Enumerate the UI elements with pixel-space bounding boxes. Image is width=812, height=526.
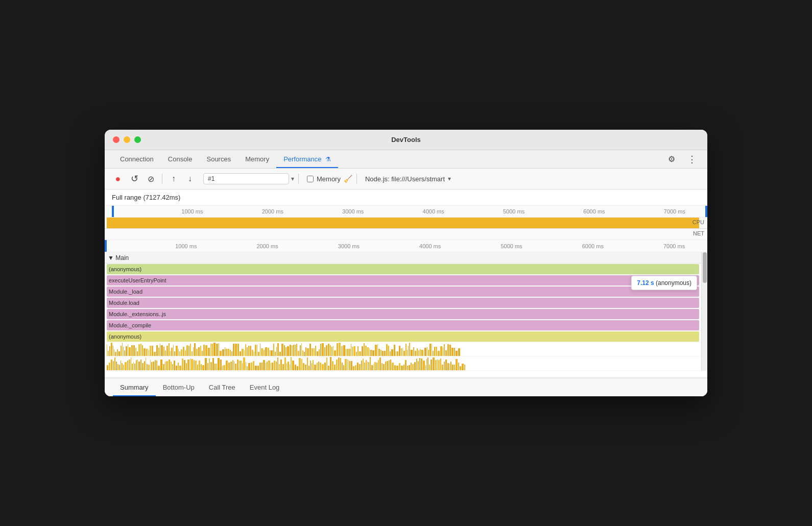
- flame-block-execute[interactable]: executeUserEntryPoint: [107, 275, 699, 285]
- tick-6000: 6000 ms: [583, 208, 605, 214]
- gap-row: [105, 371, 707, 378]
- flame-row-0[interactable]: (anonymous): [105, 264, 707, 275]
- vertical-scrollbar-thumb[interactable]: [703, 252, 707, 283]
- tab-performance[interactable]: Performance ⚗: [276, 150, 338, 168]
- node-label: Node.js: file:///Users/stmart: [365, 175, 445, 183]
- node-selector[interactable]: Node.js: file:///Users/stmart ▾: [365, 175, 451, 183]
- dense-bar-row-1[interactable]: [107, 343, 699, 356]
- full-range-label: Full range (7127.42ms): [105, 189, 707, 206]
- main-section-header[interactable]: ▼ Main: [105, 252, 707, 264]
- flame-area-wrapper: 1000 ms 2000 ms 3000 ms 4000 ms 5000 ms …: [105, 240, 707, 378]
- tab-console[interactable]: Console: [161, 150, 200, 168]
- flame-tick-3000: 3000 ms: [338, 243, 360, 249]
- title-bar: DevTools: [105, 130, 707, 150]
- flame-tick-6000: 6000 ms: [582, 243, 604, 249]
- flame-tick-7000: 7000 ms: [663, 243, 685, 249]
- record-button[interactable]: ●: [111, 172, 125, 186]
- tab-summary[interactable]: Summary: [113, 378, 156, 396]
- flame-block-module-ext[interactable]: Module._extensions..js: [107, 309, 699, 319]
- tab-bottom-up[interactable]: Bottom-Up: [156, 378, 202, 396]
- flame-block-module-load[interactable]: Module._load: [107, 286, 699, 297]
- maximize-button[interactable]: [134, 136, 141, 143]
- dense-bar-group-1: [107, 343, 699, 356]
- tab-call-tree[interactable]: Call Tree: [202, 378, 243, 396]
- traffic-lights: [113, 136, 141, 143]
- cpu-bar-container: CPU: [105, 218, 707, 229]
- profile-input[interactable]: [203, 173, 289, 184]
- devtools-window: DevTools Connection Console Sources Memo…: [105, 130, 707, 396]
- flame-chart: ▼ Main (anonymous) executeUserEntryPoint…: [105, 252, 707, 371]
- settings-icon[interactable]: ⚙: [664, 152, 679, 166]
- bottom-tabs: Summary Bottom-Up Call Tree Event Log: [105, 378, 707, 396]
- timeline-header: 1000 ms 2000 ms 3000 ms 4000 ms 5000 ms …: [105, 206, 707, 218]
- flame-row-6[interactable]: (anonymous): [105, 331, 707, 342]
- net-label: NET: [693, 230, 704, 236]
- minimize-button[interactable]: [124, 136, 130, 143]
- memory-checkbox-area: Memory 🧹: [307, 175, 352, 183]
- upload-button[interactable]: ↑: [166, 172, 181, 186]
- toolbar: ● ↺ ⊘ ↑ ↓ ▾ Memory 🧹 Node.js: file:///Us…: [105, 169, 707, 189]
- tab-memory[interactable]: Memory: [238, 150, 276, 168]
- flame-row-4[interactable]: Module._extensions..js: [105, 308, 707, 320]
- tab-sources[interactable]: Sources: [199, 150, 238, 168]
- close-button[interactable]: [113, 136, 120, 143]
- tick-1000: 1000 ms: [181, 208, 203, 214]
- flame-block-anonymous-1[interactable]: (anonymous): [107, 331, 699, 342]
- dense-bar-row-2[interactable]: [107, 357, 699, 370]
- flame-block-module-compile[interactable]: Module._compile: [107, 320, 699, 330]
- window-title: DevTools: [391, 136, 421, 144]
- profile-dropdown-arrow[interactable]: ▾: [291, 175, 294, 182]
- tick-4000: 4000 ms: [423, 208, 444, 214]
- refresh-button[interactable]: ↺: [127, 172, 141, 186]
- flame-left-marker: [105, 240, 107, 252]
- tick-2000: 2000 ms: [262, 208, 283, 214]
- performance-icon: ⚗: [325, 156, 331, 163]
- flame-row-1[interactable]: executeUserEntryPoint 7.12 s (anonymous): [105, 275, 707, 286]
- tab-bar-actions: ⚙ ⋮: [664, 152, 699, 166]
- profile-selector: ▾: [203, 173, 294, 184]
- flame-block-module-load2[interactable]: Module.load: [107, 298, 699, 308]
- tick-7000: 7000 ms: [664, 208, 685, 214]
- memory-clean-icon[interactable]: 🧹: [344, 175, 352, 183]
- time-ruler-top: 1000 ms 2000 ms 3000 ms 4000 ms 5000 ms …: [112, 206, 707, 217]
- left-range-marker[interactable]: [112, 206, 114, 217]
- divider-3: [356, 174, 357, 184]
- divider-1: [162, 174, 162, 184]
- memory-label: Memory: [317, 175, 341, 183]
- divider-2: [298, 174, 299, 184]
- right-range-marker[interactable]: [705, 206, 707, 217]
- dense-bar-group-2: [107, 357, 699, 370]
- cpu-label: CPU: [692, 219, 704, 225]
- tab-bar: Connection Console Sources Memory Perfor…: [105, 150, 707, 169]
- flame-row-3[interactable]: Module.load: [105, 297, 707, 308]
- download-button[interactable]: ↓: [183, 172, 197, 186]
- flame-dense-row-1[interactable]: // Generate dense bars: [105, 342, 707, 356]
- flame-block-anonymous-0[interactable]: (anonymous): [107, 264, 699, 274]
- flame-ruler: 1000 ms 2000 ms 3000 ms 4000 ms 5000 ms …: [105, 240, 707, 252]
- flame-tick-4000: 4000 ms: [419, 243, 441, 249]
- flame-tick-5000: 5000 ms: [500, 243, 522, 249]
- flame-tick-1000: 1000 ms: [175, 243, 197, 249]
- vertical-scrollbar[interactable]: [701, 252, 707, 371]
- memory-checkbox[interactable]: [307, 176, 314, 182]
- flame-row-5[interactable]: Module._compile: [105, 320, 707, 331]
- more-icon[interactable]: ⋮: [685, 152, 699, 166]
- cpu-bar: [107, 218, 699, 228]
- node-dropdown-arrow: ▾: [448, 175, 451, 182]
- clear-button[interactable]: ⊘: [144, 172, 158, 186]
- flame-dense-row-2[interactable]: [105, 356, 707, 371]
- tab-connection[interactable]: Connection: [113, 150, 161, 168]
- net-bar-container: NET: [105, 229, 707, 240]
- main-content: Full range (7127.42ms) 1000 ms 2000 ms 3…: [105, 189, 707, 396]
- flame-row-2[interactable]: Module._load: [105, 286, 707, 297]
- flame-tick-2000: 2000 ms: [256, 243, 278, 249]
- tick-5000: 5000 ms: [503, 208, 524, 214]
- tab-event-log[interactable]: Event Log: [243, 378, 287, 396]
- tick-3000: 3000 ms: [342, 208, 364, 214]
